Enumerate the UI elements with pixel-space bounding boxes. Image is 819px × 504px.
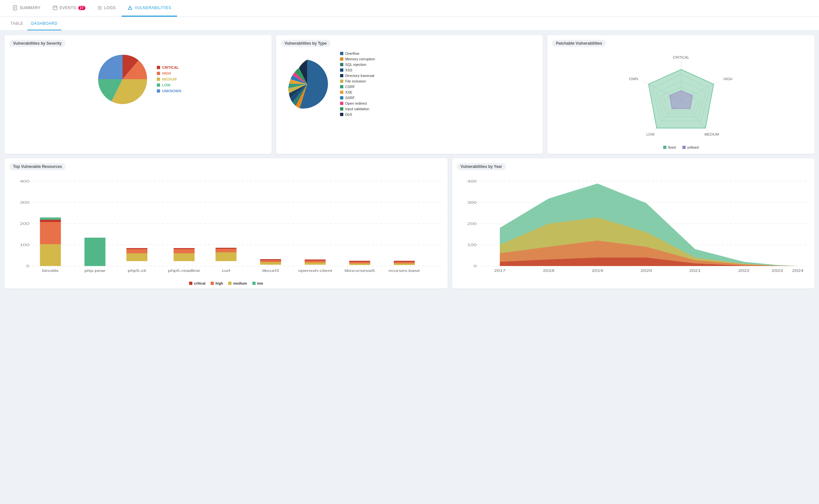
- svg-rect-42: [40, 220, 61, 222]
- bar-chart-wrapper: 400 300 200 100 0: [5, 171, 448, 289]
- type-dir: Directory traversal: [340, 74, 375, 78]
- critical-bar-dot: [189, 282, 192, 285]
- svg-text:400: 400: [467, 179, 477, 183]
- svg-text:binutils: binutils: [42, 269, 59, 273]
- area-chart: 400 300 200 100 0: [459, 175, 808, 279]
- svg-text:2022: 2022: [738, 269, 750, 273]
- fixed-label: fixed: [668, 145, 676, 149]
- svg-text:ncurses-base: ncurses-base: [389, 269, 420, 273]
- nav-logs[interactable]: LOGS: [91, 0, 122, 17]
- type-overflow: Overflow: [340, 52, 375, 55]
- dos-dot: [340, 113, 343, 116]
- high-bar-label: high: [216, 281, 223, 285]
- svg-text:400: 400: [20, 179, 29, 183]
- svg-text:2019: 2019: [591, 269, 603, 273]
- type-memory: Memory corruption: [340, 57, 375, 61]
- xss-dot: [340, 68, 343, 72]
- high-label: HIGH: [162, 71, 171, 75]
- svg-text:0: 0: [473, 264, 477, 268]
- tab-dashboard[interactable]: DASHBOARD: [27, 17, 62, 30]
- patchable-title: Patchable Vulnerabilities: [552, 40, 606, 47]
- tab-table[interactable]: TABLE: [7, 17, 27, 30]
- type-xss: XSS: [340, 68, 375, 72]
- severity-title: Vulnerabilities by Severity: [9, 40, 66, 47]
- warning-icon: [127, 5, 133, 10]
- nav-events[interactable]: EVENTS 27: [47, 0, 91, 17]
- list-icon: [97, 5, 102, 10]
- type-card: Vulnerabilities by Type: [276, 35, 543, 154]
- legend-medium: MEDIUM: [157, 77, 181, 81]
- medium-label: MEDIUM: [162, 77, 177, 81]
- unknown-label: UNKNOWN: [162, 89, 181, 93]
- svg-text:openssh-client: openssh-client: [298, 269, 332, 273]
- nav-summary[interactable]: SUMMARY: [7, 0, 47, 17]
- svg-rect-58: [305, 260, 325, 262]
- main-content: Vulnerabilities by Severity: [0, 31, 819, 293]
- svg-rect-50: [173, 248, 194, 249]
- top-navigation: SUMMARY EVENTS 27 LOGS VULNERABILITIES: [0, 0, 819, 17]
- fixed-dot: [663, 146, 666, 149]
- severity-legend: CRITICAL HIGH MEDIUM LOW: [157, 66, 181, 93]
- type-sql: SQL injection: [340, 63, 375, 67]
- dir-label: Directory traversal: [345, 74, 374, 78]
- legend-critical-bar: critical: [189, 281, 205, 285]
- redirect-label: Open redirect: [345, 101, 367, 105]
- svg-rect-64: [394, 262, 415, 263]
- low-bar-label: low: [257, 281, 263, 285]
- svg-text:php5-readline: php5-readline: [168, 269, 200, 273]
- file-icon: [12, 5, 18, 10]
- radar-container: CRITICAL HIGH MEDIUM LOW UNKNOWN fixed u…: [547, 48, 814, 154]
- high-dot: [157, 72, 160, 75]
- low-bar-dot: [252, 282, 256, 285]
- svg-rect-40: [40, 244, 61, 266]
- type-ssrf: SSRF: [340, 96, 375, 100]
- svg-rect-47: [127, 248, 147, 249]
- svg-text:LOW: LOW: [646, 132, 655, 136]
- memory-dot: [340, 57, 343, 61]
- svg-text:curl: curl: [222, 269, 230, 273]
- svg-text:libcurl3: libcurl3: [262, 269, 279, 273]
- svg-rect-61: [349, 262, 370, 263]
- svg-rect-48: [173, 253, 194, 261]
- calendar-icon: [52, 5, 58, 10]
- svg-rect-44: [84, 238, 105, 266]
- type-input: Input validation: [340, 107, 375, 111]
- dos-label: DoS: [345, 112, 352, 116]
- patchable-card: Patchable Vulnerabilities: [547, 35, 814, 154]
- by-year-title: Vulnerabilities by Year: [457, 163, 506, 170]
- svg-text:2024: 2024: [792, 269, 803, 273]
- critical-label: CRITICAL: [162, 66, 179, 69]
- area-chart-wrapper: 400 300 200 100 0: [452, 171, 815, 283]
- svg-text:2020: 2020: [640, 269, 652, 273]
- svg-text:CRITICAL: CRITICAL: [673, 55, 689, 59]
- svg-text:0: 0: [26, 264, 29, 268]
- medium-bar-dot: [228, 282, 231, 285]
- critical-dot: [157, 66, 160, 69]
- svg-text:2021: 2021: [689, 269, 701, 273]
- bottom-charts-row: Top Vulnerable Resources 400 300 200 100…: [5, 158, 814, 289]
- type-xxe: XXE: [340, 90, 375, 94]
- type-redirect: Open redirect: [340, 101, 375, 105]
- svg-text:php-pear: php-pear: [84, 269, 106, 273]
- svg-rect-54: [260, 262, 281, 265]
- radar-unfixed: unfixed: [682, 145, 699, 149]
- medium-dot: [157, 78, 160, 81]
- type-pie-chart: [279, 56, 335, 112]
- critical-bar-label: critical: [194, 281, 205, 285]
- nav-vulnerabilities[interactable]: VULNERABILITIES: [122, 0, 177, 17]
- by-year-card: Vulnerabilities by Year 400 300 200 100 …: [452, 158, 815, 289]
- legend-critical: CRITICAL: [157, 66, 181, 69]
- legend-low: LOW: [157, 83, 181, 87]
- events-badge: 27: [78, 6, 85, 10]
- nav-summary-label: SUMMARY: [20, 6, 41, 10]
- type-csrf: CSRF: [340, 85, 375, 89]
- csrf-dot: [340, 85, 343, 88]
- xxe-dot: [340, 91, 343, 94]
- high-bar-dot: [211, 282, 214, 285]
- file-dot: [340, 80, 343, 83]
- csrf-label: CSRF: [345, 85, 355, 89]
- top-charts-row: Vulnerabilities by Severity: [5, 35, 814, 154]
- svg-text:300: 300: [20, 200, 29, 204]
- type-title: Vulnerabilities by Type: [281, 40, 331, 47]
- svg-text:MEDIUM: MEDIUM: [704, 132, 719, 136]
